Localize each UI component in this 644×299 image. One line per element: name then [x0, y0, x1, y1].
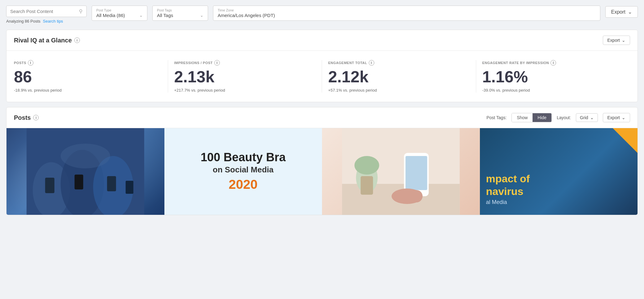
search-meta: Analyzing 86 Posts Search tips	[6, 19, 87, 24]
stat-impressions: IMPRESSIONS / POST i 2.13k +217.7% vs. p…	[168, 60, 322, 93]
post4-line2: navirus	[486, 185, 632, 198]
timezone-value: America/Los Angeles (PDT)	[218, 13, 596, 18]
svg-rect-18	[395, 190, 423, 202]
stats-grid: POSTS i 86 -18.9% vs. previous period IM…	[7, 51, 637, 102]
stat-engagement-rate-value: 1.16%	[482, 69, 624, 85]
stat-engagement-total-value: 2.12k	[328, 69, 470, 85]
stat-posts: POSTS i 86 -18.9% vs. previous period	[14, 60, 168, 93]
stat-impressions-change: +217.7% vs. previous period	[174, 88, 316, 93]
export-chevron-icon: ⌄	[628, 9, 632, 15]
timezone-label: Time Zone	[218, 8, 596, 12]
post-type-chevron-icon: ⌄	[139, 13, 143, 18]
post-image-4: mpact of navirus al Media	[480, 128, 638, 215]
layout-label: Layout:	[557, 115, 571, 120]
posts-controls: Post Tags: Show Hide Layout: Grid ⌄ Expo…	[486, 113, 630, 122]
show-toggle-button[interactable]: Show	[512, 113, 533, 122]
posts-info-icon[interactable]: i	[33, 115, 39, 120]
post-card-3[interactable]	[322, 128, 480, 215]
glance-export-button[interactable]: Export ⌄	[603, 36, 630, 45]
post4-line3: al Media	[486, 199, 632, 206]
stat-posts-label: POSTS i	[14, 60, 162, 66]
stat-impressions-info-icon[interactable]: i	[214, 60, 220, 66]
svg-rect-5	[75, 175, 83, 189]
post4-corner-decoration	[613, 128, 637, 153]
posts-card: Posts i Post Tags: Show Hide Layout: Gri…	[6, 107, 638, 215]
post-tags-value: All Tags ⌄	[157, 13, 203, 18]
post-tags-dropdown[interactable]: Post Tags All Tags ⌄	[152, 6, 208, 21]
stat-engagement-total-info-icon[interactable]: i	[369, 60, 374, 66]
svg-point-8	[61, 144, 110, 168]
post4-line1: mpact of	[486, 172, 632, 185]
analyzing-text: Analyzing 86 Posts	[6, 19, 41, 24]
svg-rect-7	[126, 181, 133, 194]
post-image-1	[7, 128, 164, 215]
layout-dropdown[interactable]: Grid ⌄	[576, 113, 598, 122]
search-icon: ⚲	[79, 8, 83, 14]
svg-point-12	[355, 156, 379, 175]
posts-grid: 100 Beauty Bra on Social Media 2020	[7, 128, 637, 215]
stat-impressions-value: 2.13k	[174, 69, 316, 85]
main-content: Rival IQ at a Glance i Export ⌄ POSTS i …	[0, 27, 644, 221]
search-box: ⚲	[6, 6, 87, 17]
posts-export-button[interactable]: Export ⌄	[603, 113, 630, 122]
posts-header: Posts i Post Tags: Show Hide Layout: Gri…	[7, 107, 637, 128]
post-image-2: 100 Beauty Bra on Social Media 2020	[164, 128, 322, 215]
glance-info-icon[interactable]: i	[74, 37, 80, 43]
stat-engagement-rate-label: ENGAGEMENT RATE BY IMPRESSION i	[482, 60, 624, 66]
post-tags-label: Post Tags	[157, 8, 203, 12]
stat-engagement-rate-info-icon[interactable]: i	[550, 60, 556, 66]
post2-year: 2020	[229, 177, 258, 192]
post4-text: mpact of navirus al Media	[486, 172, 632, 206]
posts-title: Posts i	[14, 114, 39, 121]
stat-engagement-rate: ENGAGEMENT RATE BY IMPRESSION i 1.16% -3…	[476, 60, 630, 93]
post-type-label: Post Type	[96, 8, 143, 12]
post2-text-line2: on Social Media	[213, 165, 274, 175]
post-card-2[interactable]: 100 Beauty Bra on Social Media 2020	[164, 128, 322, 215]
search-wrapper: ⚲ Analyzing 86 Posts Search tips	[6, 6, 87, 24]
stat-engagement-rate-change: -39.0% vs. previous period	[482, 88, 624, 93]
post-tags-toggle-group: Show Hide	[511, 113, 552, 122]
post-tags-chevron-icon: ⌄	[200, 13, 203, 18]
stat-posts-value: 86	[14, 69, 162, 85]
svg-rect-15	[406, 156, 427, 190]
timezone-dropdown[interactable]: Time Zone America/Los Angeles (PDT)	[213, 6, 600, 21]
export-main-button[interactable]: Export ⌄	[605, 6, 638, 18]
post2-text-line1: 100 Beauty Bra	[201, 151, 286, 164]
post-card-4[interactable]: mpact of navirus al Media	[480, 128, 638, 215]
stat-posts-change: -18.9% vs. previous period	[14, 88, 162, 93]
svg-rect-6	[107, 176, 116, 191]
stat-engagement-total: ENGAGEMENT TOTAL i 2.12k +57.1% vs. prev…	[322, 60, 476, 93]
glance-card: Rival IQ at a Glance i Export ⌄ POSTS i …	[6, 30, 638, 102]
posts-export-chevron-icon: ⌄	[622, 115, 625, 120]
stat-engagement-total-change: +57.1% vs. previous period	[328, 88, 470, 93]
stat-engagement-total-label: ENGAGEMENT TOTAL i	[328, 60, 470, 66]
svg-rect-13	[361, 176, 373, 195]
post-type-value: All Media (86) ⌄	[96, 13, 143, 18]
glance-export-chevron-icon: ⌄	[622, 38, 625, 43]
search-tips-link[interactable]: Search tips	[43, 19, 63, 24]
glance-card-header: Rival IQ at a Glance i Export ⌄	[7, 30, 637, 51]
glance-title: Rival IQ at a Glance i	[14, 37, 80, 44]
stat-posts-info-icon[interactable]: i	[28, 60, 33, 66]
top-bar: ⚲ Analyzing 86 Posts Search tips Post Ty…	[0, 0, 644, 27]
layout-chevron-icon: ⌄	[590, 115, 594, 120]
search-input[interactable]	[10, 9, 76, 14]
hide-toggle-button[interactable]: Hide	[533, 113, 551, 122]
post-image-3	[322, 128, 480, 215]
svg-rect-4	[45, 178, 54, 193]
post-card-1[interactable]	[7, 128, 164, 215]
post-tags-control-label: Post Tags:	[486, 115, 507, 120]
post-type-dropdown[interactable]: Post Type All Media (86) ⌄	[92, 6, 147, 21]
stat-impressions-label: IMPRESSIONS / POST i	[174, 60, 316, 66]
